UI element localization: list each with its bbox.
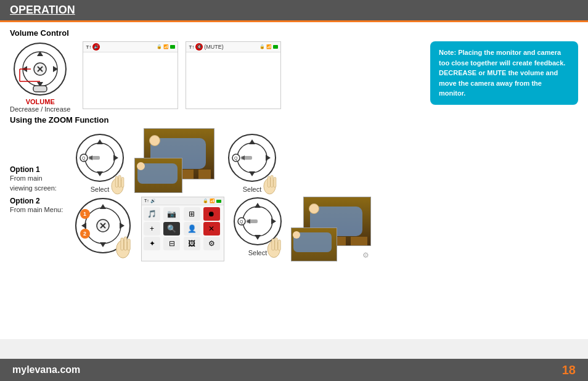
menu-icon-multi: ⊞: [184, 207, 200, 221]
zoom-section: Using the ZOOM Function Option 1 From ma…: [10, 115, 578, 261]
volume-section-title: Volume Control: [10, 28, 578, 38]
menu-icon-zoom: 🔍: [163, 222, 180, 236]
svg-text:Q: Q: [234, 156, 238, 161]
menu-icon-record: ⏺: [203, 207, 220, 221]
baby-cluster1: [134, 128, 218, 193]
option2-label: Option 2: [10, 197, 65, 205]
option2-block: Option 2 From main Menu:: [10, 197, 65, 215]
header-bar: OPERATION: [0, 0, 588, 22]
controller1-wrap: Q Select: [75, 133, 125, 193]
main-content: Volume Control: [0, 22, 588, 339]
volume-label: VOLUME: [26, 98, 55, 105]
footer-bar: mylevana.com 18: [0, 359, 588, 381]
menu-icon-plus: +: [144, 222, 160, 236]
mute-label: (MUTE): [204, 44, 224, 50]
footer-page: 18: [562, 363, 576, 377]
note-text: Note: Placing the monitor and camera too…: [439, 49, 565, 97]
screen1-body: [83, 52, 178, 109]
menu-grid: 🎵 📷 ⊞ ⏺ + 🔍 👤 ✕ ✦ ⊟ 🖼 ⚙: [142, 205, 224, 252]
menu-icon-person: 👤: [184, 222, 200, 236]
volume-sublabel: Decrease / Increase: [10, 105, 70, 113]
menu-icon-camera: 📷: [163, 207, 180, 221]
volume-top-row: VOLUME Decrease / Increase T↑ 🔊 🔒 📶: [10, 41, 578, 113]
option1-label: Option 1: [10, 165, 65, 174]
svg-rect-57: [128, 239, 131, 250]
option1-sublabel: From mainviewing screen:: [10, 174, 65, 193]
screen2-body: [186, 52, 280, 109]
hand-icon4: [266, 234, 287, 260]
page-title: OPERATION: [10, 4, 75, 16]
footer-url: mylevana.com: [12, 364, 80, 375]
volume-circle: [12, 41, 68, 97]
option2-sublabel: From main Menu:: [10, 205, 65, 215]
controller3-wrap: 1 2: [74, 197, 133, 257]
svg-rect-26: [121, 178, 124, 187]
svg-rect-55: [121, 238, 124, 250]
menu-icon-grid: ⊟: [163, 237, 180, 250]
screen1-topbar: T↑ 🔊 🔒 📶: [83, 42, 178, 52]
status-icons-1: 🔒 📶: [157, 44, 175, 49]
svg-rect-25: [118, 175, 121, 187]
baby-cluster2: ⚙: [291, 197, 371, 261]
svg-rect-56: [124, 237, 127, 250]
screen-normal: T↑ 🔊 🔒 📶: [83, 41, 178, 109]
svg-text:1: 1: [83, 211, 86, 217]
zoom-title: Using the ZOOM Function: [10, 115, 578, 125]
menu-icon-x: ✕: [203, 222, 220, 236]
svg-rect-9: [33, 86, 47, 92]
menu-screen: T↑ 🔊 🔒📶 🎵 📷 ⊞ ⏺ + 🔍 👤 ✕ ✦ ⊟ 🖼: [141, 197, 224, 261]
hand-icon3: [114, 232, 137, 260]
svg-rect-24: [115, 176, 118, 187]
menu-icon-sun: ✦: [144, 237, 160, 250]
menu-icon-gear: ⚙: [203, 237, 220, 250]
volume-screens: T↑ 🔊 🔒 📶 T↑ 🔇: [83, 41, 281, 109]
svg-rect-39: [271, 175, 273, 187]
menu-icon-music: 🎵: [144, 207, 160, 221]
svg-text:2: 2: [83, 231, 86, 237]
menu-icon-image: 🖼: [184, 237, 200, 250]
hand-icon1: [109, 171, 131, 196]
svg-rect-69: [272, 239, 274, 250]
screen-mute: T↑ 🔇 (MUTE) 🔒 📶: [186, 41, 281, 109]
volume-dial-svg: [12, 41, 68, 97]
status-icons-2: 🔒 📶: [259, 44, 278, 49]
controller4-wrap: Q Select: [233, 197, 282, 256]
option1-block: Option 1 From mainviewing screen:: [10, 165, 65, 193]
svg-text:Q: Q: [82, 156, 86, 161]
svg-text:Q: Q: [240, 219, 243, 224]
svg-rect-40: [274, 178, 276, 187]
svg-rect-71: [278, 240, 280, 250]
svg-rect-70: [275, 238, 277, 250]
volume-dial-group: VOLUME Decrease / Increase: [10, 41, 70, 113]
screen2-topbar: T↑ 🔇 (MUTE) 🔒 📶: [186, 42, 280, 52]
hand-icon2: [261, 171, 283, 196]
svg-rect-38: [267, 176, 270, 187]
controller2-wrap: Q Select: [227, 133, 277, 193]
note-box: Note: Placing the monitor and camera too…: [430, 41, 578, 105]
gear-overlay-icon: ⚙: [362, 251, 369, 260]
